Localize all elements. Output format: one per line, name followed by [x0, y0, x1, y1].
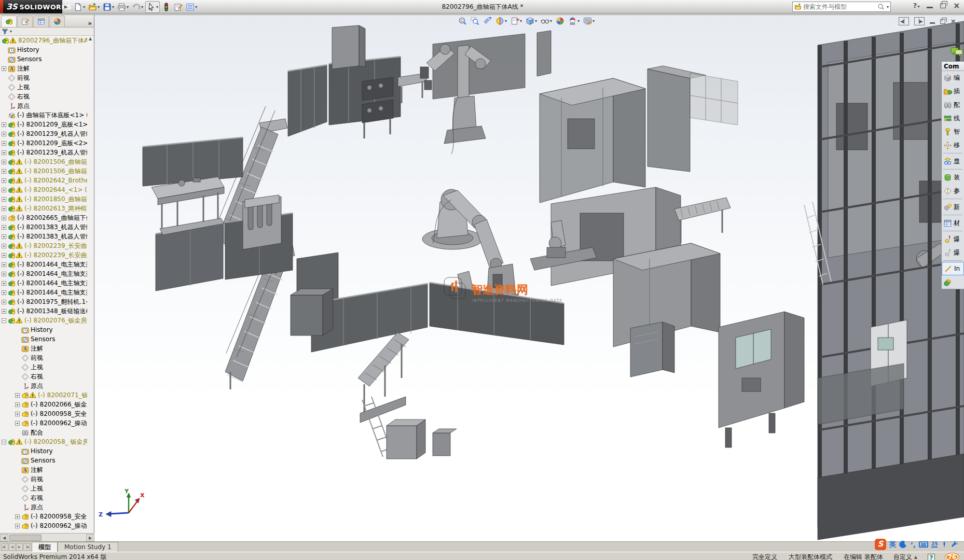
section-view-dropdown-arrow[interactable]: ▾ — [505, 19, 507, 23]
save-document-button[interactable]: ▾ — [102, 2, 115, 12]
expand-toggle[interactable]: + — [2, 262, 6, 267]
tree-item[interactable]: +(-) 82002239_长安曲轴 — [0, 241, 87, 250]
tree-item[interactable]: Sensors — [0, 456, 87, 465]
tree-item[interactable]: +(-) 82001209_底板<2> (默 — [0, 138, 87, 148]
tree-item[interactable]: −(-) 82002076_钣金房组 — [0, 316, 87, 325]
expand-toggle[interactable]: + — [2, 160, 6, 164]
close-button[interactable]: × — [953, 2, 960, 9]
tree-item[interactable]: +(-) 82001506_曲轴箱双 — [0, 157, 87, 166]
ime-toolbox-wrench-icon[interactable] — [951, 541, 959, 549]
display-style-button[interactable]: ▾ — [525, 16, 538, 26]
tree-item[interactable]: History — [0, 325, 87, 334]
tree-item[interactable]: +(-) 82002644_<1> (默 — [0, 185, 87, 194]
search-icon[interactable] — [877, 3, 885, 10]
command-button-线[interactable]: 线 — [942, 111, 964, 125]
tree-item[interactable]: 注解 — [0, 465, 87, 474]
tree-vertical-scrollbar[interactable]: ▲ ▼ — [87, 36, 94, 540]
tab-configurationmanager[interactable] — [33, 16, 49, 27]
display-style-dropdown-arrow[interactable]: ▾ — [535, 19, 537, 23]
tree-item[interactable]: +(-) 82000958_安全开关 — [0, 409, 87, 418]
ime-moon-icon[interactable] — [899, 540, 907, 549]
tree-item[interactable]: 原点 — [0, 101, 87, 110]
tree-item[interactable]: 前视 — [0, 353, 87, 362]
scroll-right-arrow[interactable]: ▶ — [86, 534, 94, 541]
expand-toggle[interactable]: + — [2, 197, 6, 202]
view-settings-dropdown-arrow[interactable]: ▾ — [593, 19, 595, 23]
doc-prev-window-button[interactable]: ◀▏ — [899, 17, 909, 25]
open-document-dropdown-arrow[interactable]: ▾ — [98, 5, 100, 9]
tree-item[interactable]: 上视 — [0, 362, 87, 372]
tree-item[interactable]: +(-) 82002071_钣金 — [0, 390, 87, 400]
expand-toggle[interactable]: + — [2, 281, 6, 286]
options-dropdown-arrow[interactable]: ▾ — [195, 5, 197, 9]
filter-dropdown-arrow[interactable]: ▾ — [10, 29, 12, 34]
undo-dropdown-arrow[interactable]: ▾ — [141, 5, 143, 9]
tree-item[interactable]: 右视 — [0, 92, 87, 101]
panel-tabs-overflow[interactable]: » — [88, 20, 92, 27]
command-button-配[interactable]: 配 — [942, 98, 964, 111]
search-dropdown-arrow[interactable]: ▾ — [887, 5, 889, 9]
search-box[interactable]: ▾ — [792, 2, 891, 12]
view-orientation-dropdown-arrow[interactable]: ▾ — [520, 19, 522, 23]
expand-toggle[interactable]: + — [2, 216, 6, 220]
tree-item[interactable]: History — [0, 446, 87, 456]
tree-item[interactable]: +(-) 82000962_操动件 — [0, 521, 87, 530]
scroll-left-arrow[interactable]: ◀ — [0, 534, 8, 541]
expand-toggle[interactable]: + — [2, 132, 6, 136]
ime-skin-icon[interactable] — [941, 541, 948, 548]
tree-item[interactable]: +(-) 82001850_曲轴箱下 — [0, 194, 87, 204]
expand-toggle[interactable]: + — [15, 412, 20, 416]
tree-item[interactable]: 前视 — [0, 474, 87, 484]
print-document-button[interactable]: ▾ — [116, 2, 130, 12]
tree-item[interactable]: +(-) 82001464_电主轴支架 — [0, 288, 87, 297]
apply-scene-dropdown-arrow[interactable]: ▾ — [577, 19, 580, 23]
options-button[interactable]: ▾ — [185, 2, 198, 12]
expand-toggle[interactable]: − — [2, 318, 6, 323]
expand-toggle[interactable]: + — [15, 402, 20, 407]
section-view-button[interactable]: ▾ — [495, 16, 507, 26]
ime-language-toggle[interactable]: 英 — [889, 540, 896, 549]
open-document-button[interactable]: ▾ — [87, 2, 101, 12]
tree-item[interactable]: 原点 — [0, 381, 87, 390]
tree-item[interactable]: +(-) 82001239_机器人管线 — [0, 148, 87, 157]
scroll-up-arrow[interactable]: ▲ — [87, 36, 93, 42]
select-tool-button[interactable]: ▾ — [145, 1, 160, 13]
tree-item[interactable]: 右视 — [0, 493, 87, 502]
tree-item[interactable]: 右视 — [0, 372, 87, 381]
tree-item[interactable]: 原点 — [0, 502, 87, 512]
command-button-In[interactable]: In — [942, 262, 964, 275]
tree-item[interactable]: +(-) 82002613_两种框架 — [0, 204, 87, 213]
tree-item[interactable]: +(-) 82002239_长安曲轴 — [0, 250, 87, 260]
file-properties-button[interactable] — [173, 2, 184, 12]
expand-toggle[interactable]: + — [15, 393, 20, 398]
command-button-爆[interactable]: 爆 — [942, 246, 964, 259]
expand-toggle[interactable]: + — [2, 188, 6, 192]
hide-show-items-button[interactable]: ▾ — [540, 16, 553, 26]
command-button-插[interactable]: 插 — [942, 85, 964, 98]
search-input[interactable] — [803, 3, 876, 10]
tab-propertymanager[interactable] — [17, 16, 33, 27]
expand-toggle[interactable]: + — [2, 290, 6, 295]
new-document-dropdown-arrow[interactable]: ▾ — [83, 5, 85, 9]
save-document-dropdown-arrow[interactable]: ▾ — [112, 5, 114, 9]
previous-view-button[interactable] — [483, 16, 492, 26]
command-button-智[interactable]: 智 — [942, 125, 964, 138]
doc-restore-button[interactable] — [940, 19, 945, 24]
select-tool-dropdown-arrow[interactable]: ▾ — [156, 5, 158, 9]
zoom-to-area-button[interactable] — [470, 16, 480, 26]
expand-toggle[interactable]: + — [2, 234, 6, 239]
expand-toggle[interactable]: + — [15, 421, 20, 426]
tab-displaymanager[interactable] — [49, 16, 65, 27]
tree-item[interactable]: +注解 — [0, 64, 87, 73]
tree-item[interactable]: −(-) 82002058_ 钣金房组 — [0, 437, 87, 446]
expand-toggle[interactable]: + — [2, 300, 6, 304]
doc-close-button[interactable]: × — [951, 18, 956, 25]
resource-badge[interactable]: 76 — [945, 553, 959, 560]
expand-toggle[interactable]: + — [2, 66, 6, 71]
tree-item[interactable]: +(-) 82001464_电主轴支架 — [0, 260, 87, 269]
tree-item[interactable]: 上视 — [0, 484, 87, 493]
tree-item[interactable]: +(-) 82002665_曲轴箱下体 — [0, 213, 87, 222]
tree-item[interactable]: +(-) 82001239_机器人管线 — [0, 129, 87, 138]
command-button-装[interactable]: 装 — [942, 171, 964, 184]
tree-item[interactable]: +(-) 82002642_Brother — [0, 176, 87, 185]
